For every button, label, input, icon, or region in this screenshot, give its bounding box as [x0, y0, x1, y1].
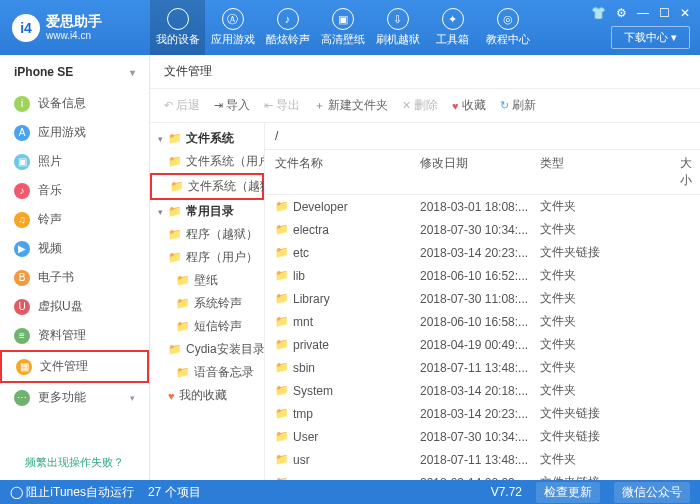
window-control-icon[interactable]: — — [637, 6, 649, 20]
file-date: 2018-03-14 20:23:... — [420, 407, 540, 421]
download-center-button[interactable]: 下载中心 ▾ — [611, 26, 690, 49]
folder-icon: 📁 — [275, 453, 289, 466]
tree-item-6[interactable]: 📁壁纸 — [150, 269, 264, 292]
folder-icon: 📁 — [275, 384, 289, 397]
chevron-down-icon: ▾ — [130, 67, 135, 78]
toolbar-label: 后退 — [176, 97, 200, 114]
nav-6[interactable]: ◎教程中心 — [480, 0, 535, 55]
nav-3[interactable]: ▣高清壁纸 — [315, 0, 370, 55]
tree-label: 语音备忘录 — [194, 364, 254, 381]
wechat-button[interactable]: 微信公众号 — [614, 482, 690, 503]
window-control-icon[interactable]: ⚙ — [616, 6, 627, 20]
sidebar-item-8[interactable]: ≡资料管理 — [0, 321, 149, 350]
tree-item-10[interactable]: 📁语音备忘录 — [150, 361, 264, 384]
itunes-block-toggle[interactable]: ◯ 阻止iTunes自动运行 — [10, 484, 134, 501]
sidebar-item-2[interactable]: ▣照片 — [0, 147, 149, 176]
tree-label: 程序（用户） — [186, 249, 258, 266]
file-type: 文件夹链接 — [540, 244, 680, 261]
file-date: 2018-07-11 13:48:... — [420, 361, 540, 375]
folder-icon: 📁 — [168, 228, 182, 241]
tree-item-4[interactable]: 📁程序（越狱） — [150, 223, 264, 246]
tree-item-5[interactable]: 📁程序（用户） — [150, 246, 264, 269]
tree-item-9[interactable]: 📁Cydia安装目录 — [150, 338, 264, 361]
file-type: 文件夹 — [540, 221, 680, 238]
file-row[interactable]: 📁mnt2018-06-10 16:58:...文件夹 — [265, 310, 700, 333]
toolbar-后退: ↶后退 — [164, 97, 200, 114]
nav-icon: Ⓐ — [222, 8, 244, 30]
nav-1[interactable]: Ⓐ应用游戏 — [205, 0, 260, 55]
toolbar-icon: ✕ — [402, 99, 411, 112]
sidebar-icon: ⋯ — [14, 390, 30, 406]
file-row[interactable]: 📁sbin2018-07-11 13:48:...文件夹 — [265, 356, 700, 379]
toolbar-icon: ⇥ — [214, 99, 223, 112]
file-row[interactable]: 📁etc2018-03-14 20:23:...文件夹链接 — [265, 241, 700, 264]
tree-item-0[interactable]: ▾📁文件系统 — [150, 127, 264, 150]
sidebar-icon: U — [14, 299, 30, 315]
window-control-icon[interactable]: ☐ — [659, 6, 670, 20]
toolbar-收藏[interactable]: ♥收藏 — [452, 97, 486, 114]
col-name[interactable]: 文件名称 — [275, 155, 420, 189]
help-link[interactable]: 频繁出现操作失败？ — [25, 456, 124, 468]
tree-label: 程序（越狱） — [186, 226, 258, 243]
sidebar-label: 铃声 — [38, 211, 62, 228]
nav-4[interactable]: ⇩刷机越狱 — [370, 0, 425, 55]
sidebar-item-4[interactable]: ♫铃声 — [0, 205, 149, 234]
window-control-icon[interactable]: ✕ — [680, 6, 690, 20]
sidebar-item-7[interactable]: U虚拟U盘 — [0, 292, 149, 321]
tree-item-7[interactable]: 📁系统铃声 — [150, 292, 264, 315]
tree-item-8[interactable]: 📁短信铃声 — [150, 315, 264, 338]
file-row[interactable]: 📁User2018-07-30 10:34:...文件夹链接 — [265, 425, 700, 448]
tree-item-3[interactable]: ▾📁常用目录 — [150, 200, 264, 223]
file-row[interactable]: 📁System2018-03-14 20:18:...文件夹 — [265, 379, 700, 402]
nav-label: 高清壁纸 — [321, 32, 365, 47]
toolbar-label: 导出 — [276, 97, 300, 114]
folder-icon: 📁 — [275, 223, 289, 236]
file-name: usr — [293, 453, 310, 467]
sidebar-item-5[interactable]: ▶视频 — [0, 234, 149, 263]
window-control-icon[interactable]: 👕 — [591, 6, 606, 20]
nav-0[interactable]: 我的设备 — [150, 0, 205, 55]
device-title[interactable]: iPhone SE ▾ — [0, 55, 149, 89]
file-row[interactable]: 📁Developer2018-03-01 18:08:...文件夹 — [265, 195, 700, 218]
file-row[interactable]: 📁electra2018-07-30 10:34:...文件夹 — [265, 218, 700, 241]
tree-label: 文件系统（越狱） — [188, 178, 265, 195]
sidebar-icon: ▣ — [14, 154, 30, 170]
path-bar[interactable]: / — [265, 123, 700, 150]
file-date: 2018-03-14 20:18:... — [420, 384, 540, 398]
toolbar-新建文件夹[interactable]: ＋新建文件夹 — [314, 97, 388, 114]
sidebar: iPhone SE ▾ i设备信息A应用游戏▣照片♪音乐♫铃声▶视频B电子书U虚… — [0, 55, 150, 480]
file-name: electra — [293, 223, 329, 237]
check-update-button[interactable]: 检查更新 — [536, 482, 600, 503]
sidebar-item-6[interactable]: B电子书 — [0, 263, 149, 292]
toolbar-导入[interactable]: ⇥导入 — [214, 97, 250, 114]
app-name: 爱思助手 — [46, 14, 102, 29]
file-row[interactable]: 📁usr2018-07-11 13:48:...文件夹 — [265, 448, 700, 471]
toolbar-刷新[interactable]: ↻刷新 — [500, 97, 536, 114]
file-row[interactable]: 📁var2018-03-14 20:23:...文件夹链接 — [265, 471, 700, 480]
tree-item-2[interactable]: 📁文件系统（越狱） — [150, 173, 264, 200]
tree-item-11[interactable]: ♥我的收藏 — [150, 384, 264, 407]
tree-item-1[interactable]: 📁文件系统（用户） — [150, 150, 264, 173]
file-row[interactable]: 📁lib2018-06-10 16:52:...文件夹 — [265, 264, 700, 287]
window-controls: 👕⚙—☐✕ — [591, 6, 690, 20]
sidebar-item-0[interactable]: i设备信息 — [0, 89, 149, 118]
nav-icon: ▣ — [332, 8, 354, 30]
col-type[interactable]: 类型 — [540, 155, 680, 189]
sidebar-item-3[interactable]: ♪音乐 — [0, 176, 149, 205]
sidebar-item-9[interactable]: ▦文件管理 — [0, 350, 149, 383]
nav-icon — [167, 8, 189, 30]
nav-label: 酷炫铃声 — [266, 32, 310, 47]
file-row[interactable]: 📁private2018-04-19 00:49:...文件夹 — [265, 333, 700, 356]
file-name: mnt — [293, 315, 313, 329]
file-row[interactable]: 📁tmp2018-03-14 20:23:...文件夹链接 — [265, 402, 700, 425]
nav-5[interactable]: ✦工具箱 — [425, 0, 480, 55]
file-name: lib — [293, 269, 305, 283]
nav-2[interactable]: ♪酷炫铃声 — [260, 0, 315, 55]
file-type: 文件夹 — [540, 198, 680, 215]
col-size[interactable]: 大小 — [680, 155, 692, 189]
col-date[interactable]: 修改日期 — [420, 155, 540, 189]
sidebar-item-10[interactable]: ⋯更多功能▾ — [0, 383, 149, 412]
sidebar-item-1[interactable]: A应用游戏 — [0, 118, 149, 147]
file-row[interactable]: 📁Library2018-07-30 11:08:...文件夹 — [265, 287, 700, 310]
folder-icon: 📁 — [176, 297, 190, 310]
